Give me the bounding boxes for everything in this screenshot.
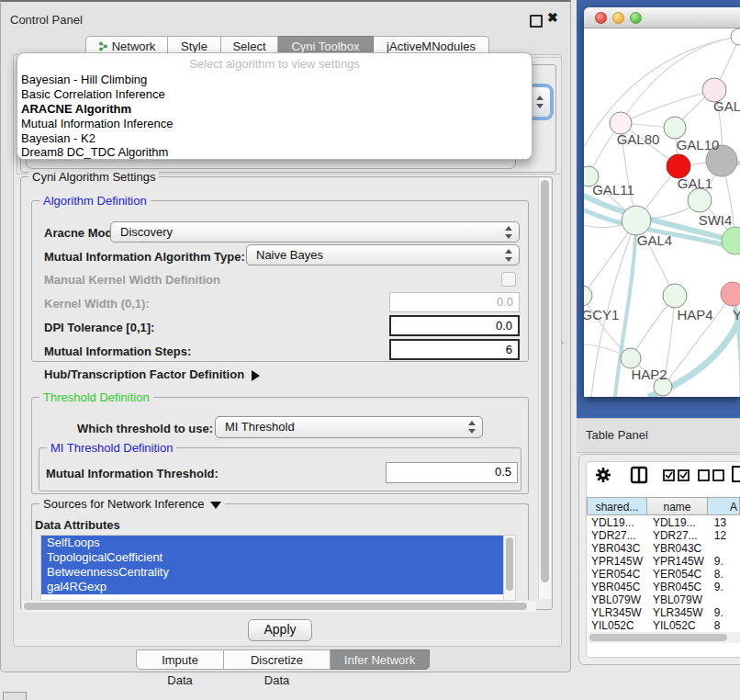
attribute-item[interactable]: TopologicalCoefficient [41,550,515,565]
network-canvas[interactable]: GAL GAL80 GAL10 GAL1 GAL11 SWI4 GAL4 GCY… [584,28,740,397]
kernel-width-input[interactable]: 0.0 [389,292,520,312]
attribute-item[interactable]: SelfLoops [41,536,515,550]
cell-shared[interactable]: YDL19... [587,516,648,529]
attributes-scroll-thumb[interactable] [506,537,513,591]
which-threshold-select[interactable]: MI Threshold [215,416,483,438]
algorithm-option[interactable]: Bayesian - Hill Climbing [21,73,526,87]
table-row[interactable]: YIL052CYIL052C8 [587,619,740,632]
node-gal4[interactable] [622,206,651,235]
hub-definition-label: Hub/Transcription Factor Definition [44,367,244,381]
network-window-titlebar[interactable] [584,7,740,28]
float-window-icon[interactable] [530,15,543,28]
cell-shared[interactable]: YDR27... [587,529,648,542]
node-label: HAP4 [677,307,712,322]
node-gal1-neighbor[interactable] [688,188,712,212]
apply-button[interactable]: Apply [248,619,312,641]
hide-columns-icon[interactable] [698,469,725,481]
cell-name[interactable]: YER054C [648,568,710,581]
gear-icon[interactable] [595,467,611,483]
cell-name[interactable]: YDL19... [648,516,710,529]
cell-shared[interactable]: YPR145W [587,555,648,568]
cell-shared[interactable]: YIL052C [587,619,648,632]
columns-icon[interactable] [630,466,648,484]
settings-horizontal-scrollbar[interactable] [22,601,536,612]
node-hap2[interactable] [621,348,641,368]
column-header-name[interactable]: name [647,497,708,515]
tab-impute-data[interactable]: Impute Data [136,649,224,670]
node-y-partial[interactable] [721,282,740,306]
hub-definition-toggle[interactable]: Hub/Transcription Factor Definition [44,367,260,381]
cell-name[interactable]: YBR045C [648,581,710,593]
mi-steps-input[interactable]: 6 [389,339,520,360]
attribute-item[interactable]: BetweennessCentrality [41,565,515,580]
node-unlabeled[interactable] [731,28,740,45]
table-hscroll-thumb[interactable] [589,634,727,641]
cell-value[interactable] [710,542,740,555]
settings-hscroll-thumb[interactable] [24,603,527,610]
close-traffic-icon[interactable] [595,12,607,24]
algorithm-option[interactable]: Mutual Information Inference [21,117,526,131]
cell-name[interactable]: YDR27... [648,529,710,542]
cell-name[interactable]: YBL079W [648,593,710,606]
column-header-partial[interactable]: A [708,497,740,515]
cell-name[interactable]: YLR345W [648,606,710,619]
node-gcy1[interactable] [584,286,592,306]
table-row[interactable]: YDR27...YDR27...12 [587,529,740,542]
node-label: GAL10 [677,137,720,152]
network-window[interactable]: GAL GAL80 GAL10 GAL1 GAL11 SWI4 GAL4 GCY… [584,7,740,397]
dpi-tolerance-input[interactable]: 0.0 [389,315,520,336]
cell-value[interactable]: 8 [710,619,740,632]
sources-group-title[interactable]: Sources for Network Inference [39,497,225,511]
node-swi4[interactable] [722,227,740,254]
table-row[interactable]: YER054CYER054C8. [587,568,740,581]
cell-shared[interactable]: YBL079W [587,593,648,606]
algorithm-option-highlighted[interactable]: ARACNE Algorithm [21,102,526,117]
cell-name[interactable]: YIL052C [648,619,710,632]
close-icon[interactable]: ✖ [547,10,558,25]
cell-shared[interactable]: YBR043C [587,542,648,555]
manual-kernel-checkbox[interactable] [501,272,516,287]
mi-threshold-input[interactable]: 0.5 [386,462,518,483]
cell-shared[interactable]: YLR345W [587,606,648,619]
cell-name[interactable]: YPR145W [648,555,710,568]
settings-vscroll-thumb[interactable] [541,180,549,582]
dock-panel-button[interactable] [3,692,27,700]
column-header-shared[interactable]: shared... [587,497,647,515]
cell-value[interactable] [710,593,740,606]
cell-value[interactable]: 9. [710,606,740,619]
splitter-handle[interactable]: › [561,338,566,344]
aracne-mode-select[interactable]: Discovery [110,221,520,243]
zoom-traffic-icon[interactable] [630,12,642,24]
cell-name[interactable]: YBR043C [648,542,710,555]
table-row[interactable]: YDL19...YDL19...13 [587,516,740,529]
node-gal10[interactable] [664,117,686,139]
node-hap4[interactable] [663,284,687,308]
cell-shared[interactable]: YER054C [587,568,648,581]
mi-type-select[interactable]: Naive Bayes [246,244,520,265]
table-row[interactable]: YLR345WYLR345W9. [587,606,740,619]
table-horizontal-scrollbar[interactable] [588,632,740,643]
cell-value[interactable]: 8. [710,568,740,581]
table-row[interactable]: YBR045CYBR045C9. [587,581,740,593]
attributes-scrollbar[interactable] [503,536,515,600]
node-table[interactable]: YDL19...YDL19...13 YDR27...YDR27...12 YB… [587,516,740,632]
show-checked-columns-icon[interactable] [663,469,690,481]
table-row[interactable]: YBL079WYBL079W [587,593,740,606]
table-row[interactable]: YPR145WYPR145W9. [587,555,740,568]
algorithm-option[interactable]: Bayesian - K2 [21,131,526,146]
cell-value[interactable]: 9. [710,555,740,568]
minimize-traffic-icon[interactable] [612,12,624,24]
cell-value[interactable]: 13 [710,516,740,529]
settings-vertical-scrollbar[interactable] [538,178,551,599]
data-attributes-list[interactable]: SelfLoops TopologicalCoefficient Between… [40,535,516,601]
algorithm-option[interactable]: Dream8 DC_TDC Algorithm [21,145,526,160]
cell-value[interactable]: 12 [710,529,740,542]
page-icon[interactable] [731,465,740,483]
tab-infer-network[interactable]: Infer Network [331,649,430,670]
cell-shared[interactable]: YBR045C [587,581,648,593]
table-row[interactable]: YBR043CYBR043C [587,542,740,555]
attribute-item[interactable]: gal4RGexp [41,580,515,594]
cell-value[interactable]: 9. [710,581,740,593]
tab-discretize-data[interactable]: Discretize Data [224,649,331,670]
algorithm-option[interactable]: Basic Correlation Inference [21,87,526,102]
